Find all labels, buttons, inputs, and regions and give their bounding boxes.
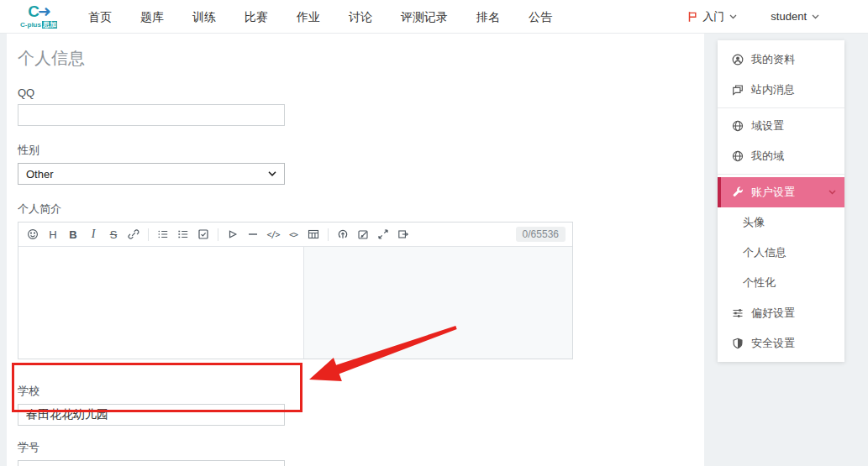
sidebar-item-label: 偏好设置 bbox=[751, 306, 795, 321]
sidebar-item-preferences[interactable]: 偏好设置 bbox=[718, 298, 844, 328]
brand-logo-text: C-plus思加 bbox=[20, 20, 57, 29]
editor-body bbox=[18, 247, 572, 359]
horizontal-rule-icon[interactable] bbox=[243, 225, 263, 243]
table-icon[interactable] bbox=[303, 225, 324, 243]
menu-divider bbox=[718, 174, 844, 175]
italic-icon[interactable]: I bbox=[83, 225, 103, 243]
sidebar-item-label: 站内消息 bbox=[751, 82, 795, 97]
editor-toolbar: H B I S </> <> 0/65536 bbox=[18, 223, 572, 247]
bold-icon[interactable]: B bbox=[63, 225, 83, 243]
sidebar-item-label: 域设置 bbox=[751, 118, 784, 134]
nav-item-training[interactable]: 训练 bbox=[178, 0, 230, 34]
sidebar-item-label: 账户设置 bbox=[751, 185, 795, 200]
sidebar-item-label: 安全设置 bbox=[751, 336, 795, 351]
flag-icon bbox=[687, 11, 697, 23]
nav-item-homework[interactable]: 作业 bbox=[282, 0, 334, 34]
ordered-list-icon[interactable] bbox=[173, 225, 193, 243]
sidebar-item-label: 我的域 bbox=[751, 149, 784, 164]
menu-divider bbox=[718, 107, 844, 108]
qq-label: QQ bbox=[18, 86, 704, 99]
gender-select[interactable]: Other bbox=[18, 163, 285, 185]
sidebar-item-personal-info[interactable]: 个人信息 bbox=[718, 238, 844, 268]
profile-form-card: 个人信息 QQ 性别 Other 个人简介 H B I S bbox=[7, 34, 704, 466]
user-dropdown[interactable]: student bbox=[771, 10, 819, 23]
sidebar-item-account-settings[interactable]: 账户设置 bbox=[718, 177, 844, 207]
inline-code-icon[interactable]: <> bbox=[283, 225, 303, 243]
level-label: 入门 bbox=[702, 9, 724, 24]
school-label: 学校 bbox=[18, 384, 704, 399]
student-id-label: 学号 bbox=[18, 440, 704, 455]
shield-icon bbox=[732, 338, 744, 349]
username: student bbox=[771, 10, 807, 23]
top-navbar: C➜ C-plus思加 首页 题库 训练 比赛 作业 讨论 评测记录 排名 公告… bbox=[0, 0, 868, 34]
editor-preview-pane bbox=[304, 247, 572, 359]
heading-icon[interactable]: H bbox=[43, 225, 63, 243]
qq-input[interactable] bbox=[18, 104, 285, 126]
gender-select-value: Other bbox=[26, 168, 54, 181]
wrench-icon bbox=[732, 186, 744, 198]
sidebar-item-label: 我的资料 bbox=[751, 52, 795, 67]
message-icon bbox=[732, 84, 744, 96]
nav-item-records[interactable]: 评测记录 bbox=[387, 0, 462, 34]
chevron-down-icon bbox=[829, 190, 836, 195]
user-icon bbox=[732, 54, 744, 65]
sidebar-item-messages[interactable]: 站内消息 bbox=[718, 75, 844, 105]
brand-logo[interactable]: C➜ C-plus思加 bbox=[5, 3, 72, 29]
gender-label: 性别 bbox=[18, 143, 704, 158]
header-right: 入门 student bbox=[687, 9, 819, 24]
sidebar-item-label: 个人信息 bbox=[743, 245, 786, 260]
link-icon[interactable] bbox=[124, 225, 144, 243]
nav-item-ranking[interactable]: 排名 bbox=[462, 0, 514, 34]
quote-icon[interactable] bbox=[223, 225, 243, 243]
sidebar-item-domain-settings[interactable]: 域设置 bbox=[718, 111, 844, 141]
fullscreen-icon[interactable] bbox=[373, 225, 393, 243]
sidebar-item-my-profile[interactable]: 我的资料 bbox=[718, 45, 844, 75]
outline-icon[interactable] bbox=[393, 225, 413, 243]
sidebar-item-my-domain[interactable]: 我的域 bbox=[718, 141, 844, 171]
account-menu: 我的资料 站内消息 域设置 我的域 账户设置 头像 个人信息 个性化 bbox=[718, 40, 844, 362]
code-block-icon[interactable]: </> bbox=[263, 225, 283, 243]
nav-item-home[interactable]: 首页 bbox=[74, 0, 126, 34]
page-title: 个人信息 bbox=[18, 47, 704, 70]
markdown-editor: H B I S </> <> 0/65536 bbox=[18, 222, 573, 359]
emoji-icon[interactable] bbox=[23, 225, 43, 243]
chevron-down-icon bbox=[812, 14, 819, 19]
sidebar-item-personalization[interactable]: 个性化 bbox=[718, 268, 844, 298]
char-counter: 0/65536 bbox=[516, 227, 566, 242]
strikethrough-icon[interactable]: S bbox=[103, 225, 124, 243]
toolbar-divider bbox=[328, 228, 329, 241]
nav-item-problems[interactable]: 题库 bbox=[126, 0, 178, 34]
upload-icon[interactable] bbox=[333, 225, 353, 243]
edit-mode-icon[interactable] bbox=[353, 225, 373, 243]
sidebar-item-label: 个性化 bbox=[743, 275, 776, 291]
main-nav: 首页 题库 训练 比赛 作业 讨论 评测记录 排名 公告 bbox=[74, 0, 566, 34]
bio-label: 个人简介 bbox=[18, 202, 704, 217]
globe-icon bbox=[732, 150, 744, 162]
chevron-down-icon bbox=[268, 171, 276, 176]
nav-item-contest[interactable]: 比赛 bbox=[230, 0, 282, 34]
level-dropdown[interactable]: 入门 bbox=[687, 9, 737, 24]
sliders-icon bbox=[732, 307, 744, 319]
nav-item-announcement[interactable]: 公告 bbox=[514, 0, 566, 34]
sidebar-item-label: 头像 bbox=[743, 215, 765, 230]
toolbar-divider bbox=[218, 228, 218, 241]
globe-icon bbox=[732, 120, 744, 132]
chevron-down-icon bbox=[729, 14, 737, 19]
editor-input-pane[interactable] bbox=[18, 247, 304, 359]
checklist-icon[interactable] bbox=[193, 225, 213, 243]
page: C➜ C-plus思加 首页 题库 训练 比赛 作业 讨论 评测记录 排名 公告… bbox=[0, 0, 868, 466]
bullet-list-icon[interactable] bbox=[153, 225, 173, 243]
brand-logo-icon: C➜ bbox=[28, 3, 50, 19]
sidebar-item-security[interactable]: 安全设置 bbox=[718, 328, 844, 359]
student-id-input[interactable] bbox=[18, 460, 285, 466]
nav-item-discussion[interactable]: 讨论 bbox=[334, 0, 387, 34]
toolbar-divider bbox=[148, 228, 149, 241]
sidebar-item-avatar[interactable]: 头像 bbox=[718, 207, 844, 238]
school-input[interactable] bbox=[18, 404, 285, 426]
